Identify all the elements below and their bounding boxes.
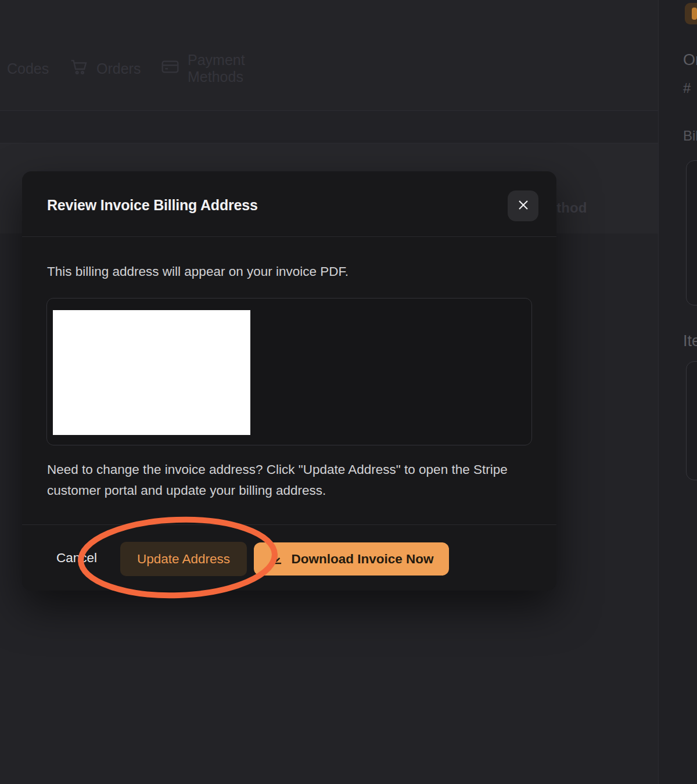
download-invoice-label: Download Invoice Now xyxy=(291,552,433,567)
tab-orders[interactable]: Orders xyxy=(70,57,141,80)
cart-icon xyxy=(70,57,88,80)
billing-address-preview xyxy=(46,298,532,445)
redacted-address-block xyxy=(53,310,250,435)
close-button[interactable] xyxy=(508,190,538,221)
credit-card-icon xyxy=(161,57,179,80)
tab-payment-methods-label: Payment Methods xyxy=(188,52,245,85)
background-header-band xyxy=(0,0,658,110)
sidebar-items-card xyxy=(686,361,697,480)
sidebar-billing-label: Billing xyxy=(683,128,697,144)
sidebar-action-icon xyxy=(692,8,697,20)
dialog-help-text: Need to change the invoice address? Clic… xyxy=(47,459,533,501)
sidebar-billing-card xyxy=(686,160,697,305)
sidebar-order-number: # xyxy=(683,80,691,96)
sidebar-items-label: Items xyxy=(683,332,697,350)
order-details-sidebar: Order # Billing Items xyxy=(658,0,697,784)
download-invoice-button[interactable]: Download Invoice Now xyxy=(254,542,449,576)
close-icon xyxy=(517,199,530,214)
dialog-title: Review Invoice Billing Address xyxy=(47,197,258,214)
dialog-header: Review Invoice Billing Address xyxy=(22,171,556,237)
update-address-button[interactable]: Update Address xyxy=(120,542,247,576)
tab-payment-methods[interactable]: Payment Methods xyxy=(161,52,245,85)
tab-orders-label: Orders xyxy=(96,60,141,77)
cancel-button[interactable]: Cancel xyxy=(56,547,97,569)
tab-codes[interactable]: Codes xyxy=(7,60,49,77)
download-icon xyxy=(269,552,284,567)
sidebar-order-heading: Order xyxy=(683,51,697,69)
background-divider-band xyxy=(0,110,658,143)
sidebar-action-button[interactable] xyxy=(685,3,697,24)
dialog-footer: Cancel Update Address Download Invoice N… xyxy=(22,524,556,591)
review-invoice-billing-address-dialog: Review Invoice Billing Address This bill… xyxy=(22,171,556,591)
tab-codes-label: Codes xyxy=(7,60,49,77)
dialog-description: This billing address will appear on your… xyxy=(47,264,348,279)
